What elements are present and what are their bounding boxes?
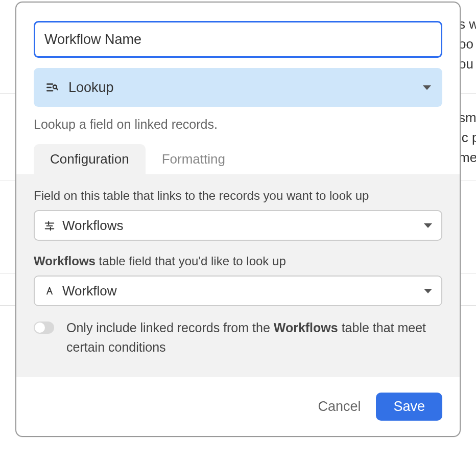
save-button[interactable]: Save <box>376 393 442 421</box>
field-type-label: Lookup <box>68 80 114 96</box>
cancel-button[interactable]: Cancel <box>318 399 361 415</box>
link-field-select[interactable]: Workflows <box>34 210 442 241</box>
lookup-field-select[interactable]: Workflow <box>34 276 442 306</box>
linked-record-icon <box>44 220 55 231</box>
configuration-panel: Field on this table that links to the re… <box>16 174 460 377</box>
lookup-field-label: Workflows table field that you'd like to… <box>34 254 442 268</box>
field-name-input[interactable] <box>34 21 442 58</box>
tab-formatting[interactable]: Formatting <box>146 144 242 174</box>
svg-line-4 <box>56 88 58 90</box>
link-field-label: Field on this table that links to the re… <box>34 189 442 203</box>
field-config-modal: Lookup Lookup a field on linked records.… <box>15 2 461 437</box>
tab-configuration[interactable]: Configuration <box>34 144 146 174</box>
field-type-help: Lookup a field on linked records. <box>34 117 442 132</box>
field-type-select[interactable]: Lookup <box>34 68 442 107</box>
caret-down-icon <box>424 289 432 293</box>
caret-down-icon <box>423 85 431 90</box>
condition-row: Only include linked records from the Wor… <box>34 318 442 357</box>
caret-down-icon <box>424 223 432 228</box>
condition-text: Only include linked records from the Wor… <box>66 318 442 357</box>
modal-header: Lookup Lookup a field on linked records.… <box>16 3 460 174</box>
modal-footer: Cancel Save <box>16 377 460 436</box>
tabs: Configuration Formatting <box>34 144 442 174</box>
link-field-value: Workflows <box>62 218 123 234</box>
background-text-fragment: s w oo ou sm ic p me <box>459 14 476 168</box>
condition-toggle[interactable] <box>34 322 54 334</box>
lookup-field-value: Workflow <box>62 283 116 299</box>
lookup-icon <box>45 80 59 95</box>
text-field-icon <box>44 285 55 296</box>
